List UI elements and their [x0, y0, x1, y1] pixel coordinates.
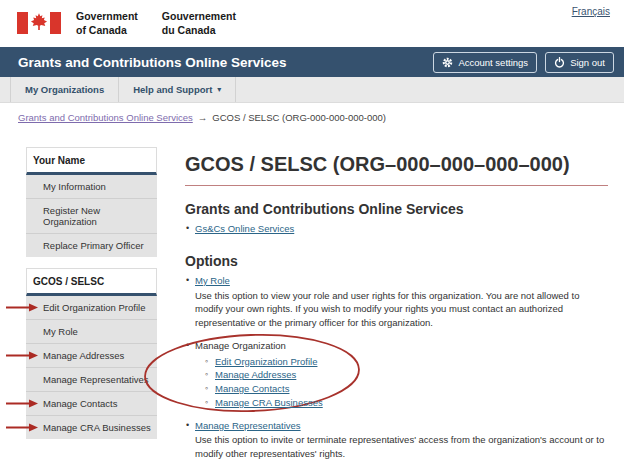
sidebar-item-manage-contacts[interactable]: Manage Contacts	[26, 392, 157, 416]
gcos-page: Government of Canada Gouvernement du Can…	[0, 0, 624, 460]
manage-organization-subitem: Manage CRA Businesses	[215, 396, 608, 410]
sidebar-item-label: Manage Contacts	[43, 398, 117, 409]
sidebar-panel-user: Your Name My InformationRegister New Org…	[26, 147, 157, 257]
sidebar-item-edit-organization-profile[interactable]: Edit Organization Profile	[26, 296, 157, 320]
sidebar-item-replace-primary-officer[interactable]: Replace Primary Officer	[26, 234, 157, 257]
sidebar-item-my-information[interactable]: My Information	[26, 175, 157, 199]
content-area: Your Name My InformationRegister New Org…	[0, 133, 624, 460]
services-heading: Grants and Contributions Online Services	[185, 201, 608, 217]
account-settings-button[interactable]: Account settings	[433, 52, 537, 73]
sidebar-item-manage-addresses[interactable]: Manage Addresses	[26, 344, 157, 368]
sidebar-panel-user-title: Your Name	[26, 147, 157, 175]
sidebar-item-label: Edit Organization Profile	[43, 302, 145, 313]
sidebar-item-label: My Information	[43, 181, 106, 192]
sidebar-panel-org: GCOS / SELSC Edit Organization ProfileMy…	[26, 268, 157, 439]
sidebar-item-label: My Role	[43, 326, 78, 337]
gscs-online-services-link[interactable]: Gs&Cs Online Services	[195, 223, 294, 234]
sign-out-label: Sign out	[570, 57, 605, 68]
secondary-nav: My OrganizationsHelp and Support▾	[0, 77, 624, 103]
options-heading: Options	[185, 253, 608, 269]
wordmark-english: Government of Canada	[76, 10, 138, 37]
manage-organization-subitem: Manage Addresses	[215, 368, 608, 382]
sidebar-item-manage-cra-businesses[interactable]: Manage CRA Businesses	[26, 416, 157, 439]
sidebar-item-register-new-organization[interactable]: Register New Organization	[26, 199, 157, 234]
sidebar-panel-org-items: Edit Organization ProfileMy RoleManage A…	[26, 296, 157, 439]
sidebar-item-label: Replace Primary Officer	[43, 240, 144, 251]
options-list: My Role Use this option to view your rol…	[185, 274, 608, 460]
account-settings-label: Account settings	[458, 57, 528, 68]
main-content: GCOS / SELSC (ORG–000–000–000–000) Grant…	[157, 147, 624, 460]
sidebar-item-my-role[interactable]: My Role	[26, 320, 157, 344]
manage-representatives-description: Use this option to invite or terminate r…	[195, 433, 608, 460]
red-arrow-annotation	[6, 351, 38, 360]
manage-organization-sublist: Edit Organization ProfileManage Addresse…	[195, 355, 608, 410]
red-arrow-annotation	[6, 423, 38, 432]
nav-item-my-organizations[interactable]: My Organizations	[10, 77, 119, 102]
services-list-item: Gs&Cs Online Services	[195, 222, 608, 236]
sidebar-item-manage-representatives[interactable]: Manage Representatives	[26, 368, 157, 392]
chevron-down-icon: ▾	[217, 86, 221, 94]
breadcrumb-current: GCOS / SELSC (ORG-000-000-000-000)	[212, 112, 386, 123]
sidebar: Your Name My InformationRegister New Org…	[0, 147, 157, 450]
manage-organization-subitem: Edit Organization Profile	[215, 355, 608, 369]
power-icon	[554, 57, 565, 68]
red-arrow-annotation	[6, 303, 38, 312]
option-manage-organization: Manage Organization Edit Organization Pr…	[195, 339, 608, 410]
manage-representatives-link[interactable]: Manage Representatives	[195, 420, 301, 431]
breadcrumb: Grants and Contributions Online Services…	[0, 103, 624, 133]
app-bar: Grants and Contributions Online Services…	[0, 47, 624, 77]
breadcrumb-home-link[interactable]: Grants and Contributions Online Services	[18, 112, 193, 123]
manage-organization-label: Manage Organization	[195, 340, 286, 351]
sidebar-item-label: Manage Representatives	[43, 374, 149, 385]
language-toggle-link[interactable]: Français	[572, 6, 610, 17]
option-my-role: My Role Use this option to view your rol…	[195, 274, 608, 330]
breadcrumb-arrow-icon: →	[198, 112, 208, 123]
sidebar-panel-user-items: My InformationRegister New OrganizationR…	[26, 175, 157, 257]
manage-organization-subitem: Manage Contacts	[215, 382, 608, 396]
page-title: GCOS / SELSC (ORG–000–000–000–000)	[185, 153, 608, 186]
my-role-description: Use this option to view your role and us…	[195, 289, 608, 330]
sidebar-item-label: Manage Addresses	[43, 350, 124, 361]
app-title: Grants and Contributions Online Services	[18, 55, 425, 70]
nav-item-label: My Organizations	[25, 84, 104, 95]
wordmark-french: Gouvernement du Canada	[162, 10, 236, 37]
government-wordmark: Government of Canada Gouvernement du Can…	[76, 10, 236, 37]
manage-contacts-link[interactable]: Manage Contacts	[215, 383, 289, 394]
nav-item-label: Help and Support	[133, 84, 212, 95]
edit-organization-profile-link[interactable]: Edit Organization Profile	[215, 356, 317, 367]
sidebar-panel-org-title: GCOS / SELSC	[26, 268, 157, 296]
sign-out-button[interactable]: Sign out	[545, 52, 614, 73]
gear-icon	[442, 57, 453, 68]
sidebar-item-label: Manage CRA Businesses	[43, 422, 151, 433]
red-arrow-annotation	[6, 399, 38, 408]
manage-cra-businesses-link[interactable]: Manage CRA Businesses	[215, 397, 323, 408]
government-header: Government of Canada Gouvernement du Can…	[0, 0, 624, 47]
nav-item-help-and-support[interactable]: Help and Support▾	[119, 77, 236, 102]
option-manage-representatives: Manage Representatives Use this option t…	[195, 419, 608, 460]
services-list: Gs&Cs Online Services	[185, 222, 608, 236]
manage-addresses-link[interactable]: Manage Addresses	[215, 369, 296, 380]
canada-flag-icon	[17, 12, 61, 34]
sidebar-item-label: Register New Organization	[43, 205, 100, 227]
my-role-link[interactable]: My Role	[195, 275, 230, 286]
